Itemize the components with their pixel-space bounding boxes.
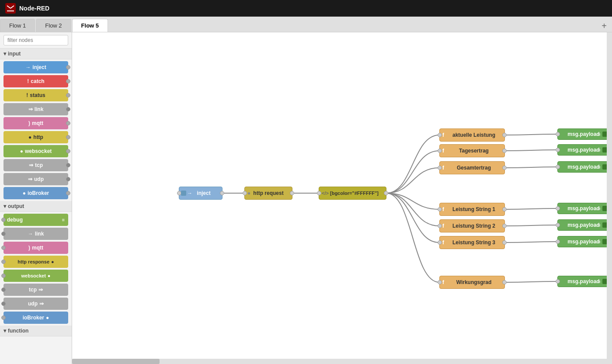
debug1-list-icon: ≡: [598, 132, 601, 137]
canvas-node-wirkungsgrad[interactable]: f Wirkungsgrad: [439, 276, 505, 289]
node-link-out[interactable]: → link: [3, 228, 68, 240]
gesamtertrag-label: Gesamtertrag: [453, 165, 494, 171]
debug2-list-icon: ≡: [598, 148, 601, 153]
status-icon: !: [26, 92, 28, 98]
tagesertrag-port-out: [502, 149, 507, 153]
http-request-port-in: [243, 191, 247, 195]
node-mqtt-in[interactable]: ) mqtt: [3, 117, 68, 129]
debug5-port-in: [556, 223, 560, 227]
func-icon-3: f: [442, 165, 444, 171]
udp-in-icon: ⇒: [28, 176, 32, 182]
canvas-inject-label: inject: [193, 190, 214, 196]
input-nodes-list: → inject ! catch ! status ⇒ link ) m: [0, 61, 72, 199]
canvas-node-debug-5[interactable]: msg.payload ≡: [557, 219, 610, 231]
debug5-list-icon: ≡: [598, 223, 601, 228]
canvas-node-debug-6[interactable]: msg.payload ≡: [557, 236, 610, 247]
link-in-icon: ⇒: [28, 106, 33, 112]
debug7-label: msg.payload: [564, 278, 603, 284]
horizontal-scrollbar[interactable]: [72, 359, 612, 364]
leistung-string-1-label: Leistung String 1: [449, 206, 499, 212]
wirkungsgrad-port-in: [438, 280, 442, 284]
leistung-string-3-label: Leistung String 3: [449, 239, 499, 246]
canvas-http-label: http request: [250, 190, 287, 196]
canvas-node-function[interactable]: </> [bgcolor="#FFFFFF"]: [319, 187, 386, 200]
function-port-in: [317, 191, 321, 195]
canvas-node-aktuelle-leistung[interactable]: f aktuelle Leistung: [439, 128, 505, 142]
canvas-node-leistung-string-1[interactable]: f Leistung String 1: [439, 203, 505, 216]
debug3-port-in: [556, 165, 560, 169]
debug1-label: msg.payload: [564, 131, 603, 137]
canvas-node-debug-7[interactable]: msg.payload ≡: [557, 276, 610, 287]
debug7-list-icon: ≡: [598, 279, 601, 284]
aktuelle-leistung-port-out: [502, 133, 507, 137]
function-icon: </>: [322, 191, 329, 196]
node-http-in[interactable]: ● http: [3, 131, 68, 143]
iobroker-out-icon: ●: [46, 315, 49, 321]
section-function[interactable]: ▾ function: [0, 326, 72, 336]
flow-canvas[interactable]: → inject ● http request </> [bgcolor="#F…: [72, 32, 612, 364]
node-websocket-in[interactable]: ● websocket: [3, 145, 68, 157]
node-inject[interactable]: → inject: [3, 61, 68, 73]
canvas-node-tagesertrag[interactable]: f Tagesertrag: [439, 144, 505, 157]
canvas-function-label: [bgcolor="#FFFFFF"]: [327, 191, 382, 196]
node-websocket-out[interactable]: websocket ●: [3, 270, 68, 282]
websocket-in-icon: ●: [20, 148, 23, 154]
http-response-icon: ●: [51, 259, 54, 264]
http-in-icon: ●: [28, 134, 31, 140]
node-iobroker-out[interactable]: ioBroker ●: [3, 312, 68, 324]
canvas-node-debug-2[interactable]: msg.payload ≡: [557, 144, 610, 156]
leistung2-port-out: [502, 224, 507, 228]
node-udp-out[interactable]: udp ⇒: [3, 298, 68, 310]
add-tab-button[interactable]: +: [598, 20, 610, 32]
node-http-response-out[interactable]: http response ●: [3, 256, 68, 268]
func-icon-1: f: [442, 132, 444, 138]
sidebar: ▾ input → inject ! catch ! status ⇒ link: [0, 32, 72, 364]
section-input[interactable]: ▾ input: [0, 49, 72, 59]
canvas-node-leistung-string-3[interactable]: f Leistung String 3: [439, 236, 505, 249]
gesamtertrag-port-out: [502, 166, 507, 170]
func-icon-4: f: [442, 206, 444, 212]
tab-flow5[interactable]: Flow 5: [72, 19, 108, 32]
websocket-out-icon: ●: [48, 273, 51, 278]
tab-flow2[interactable]: Flow 2: [36, 19, 71, 32]
wirkungsgrad-label: Wirkungsgrad: [453, 279, 495, 285]
iobroker-in-icon: ●: [23, 190, 26, 196]
debug3-label: msg.payload: [564, 164, 603, 170]
tcp-in-icon: ⇒: [29, 162, 33, 168]
inject-square: [181, 191, 186, 196]
vertical-scrollbar[interactable]: [607, 32, 612, 359]
node-catch[interactable]: ! catch: [3, 75, 68, 87]
node-tcp-in[interactable]: ⇒ tcp: [3, 159, 68, 171]
canvas-node-debug-3[interactable]: msg.payload ≡: [557, 161, 610, 173]
node-link-in[interactable]: ⇒ link: [3, 103, 68, 115]
node-iobroker-in[interactable]: ● ioBroker: [3, 187, 68, 199]
logo-icon: [5, 3, 16, 14]
output-nodes-list: debug ≡ → link ) mqtt http response ● we…: [0, 214, 72, 324]
debug2-port-in: [556, 148, 560, 152]
canvas-node-debug-1[interactable]: msg.payload ≡: [557, 128, 610, 140]
canvas-node-gesamtertrag[interactable]: f Gesamtertrag: [439, 161, 505, 174]
tab-flow1[interactable]: Flow 1: [0, 19, 35, 32]
search-input[interactable]: [3, 35, 68, 45]
canvas-node-leistung-string-2[interactable]: f Leistung String 2: [439, 219, 505, 232]
node-mqtt-out[interactable]: ) mqtt: [3, 242, 68, 254]
node-tcp-out[interactable]: tcp ⇒: [3, 284, 68, 296]
node-udp-in[interactable]: ⇒ udp: [3, 173, 68, 185]
canvas-node-inject[interactable]: → inject: [179, 187, 223, 200]
node-debug-out[interactable]: debug ≡: [3, 214, 68, 226]
http-request-port-out: [290, 191, 294, 195]
func-icon-5: f: [442, 223, 444, 229]
app-title: Node-RED: [19, 5, 49, 12]
canvas-node-debug-4[interactable]: msg.payload ≡: [557, 203, 610, 214]
inject-arrow-icon: →: [187, 190, 192, 196]
tab-bar: Flow 1 Flow 2 Flow 5 +: [0, 17, 612, 32]
section-output[interactable]: ▾ output: [0, 201, 72, 212]
canvas-node-http-request[interactable]: ● http request: [244, 187, 292, 200]
debug4-port-in: [556, 206, 560, 211]
gesamtertrag-port-in: [438, 166, 442, 170]
debug6-port-in: [556, 239, 560, 244]
main-layout: ▾ input → inject ! catch ! status ⇒ link: [0, 32, 612, 364]
node-status[interactable]: ! status: [3, 89, 68, 101]
debug2-label: msg.payload: [564, 147, 603, 153]
horizontal-scrollbar-thumb[interactable]: [72, 359, 160, 364]
